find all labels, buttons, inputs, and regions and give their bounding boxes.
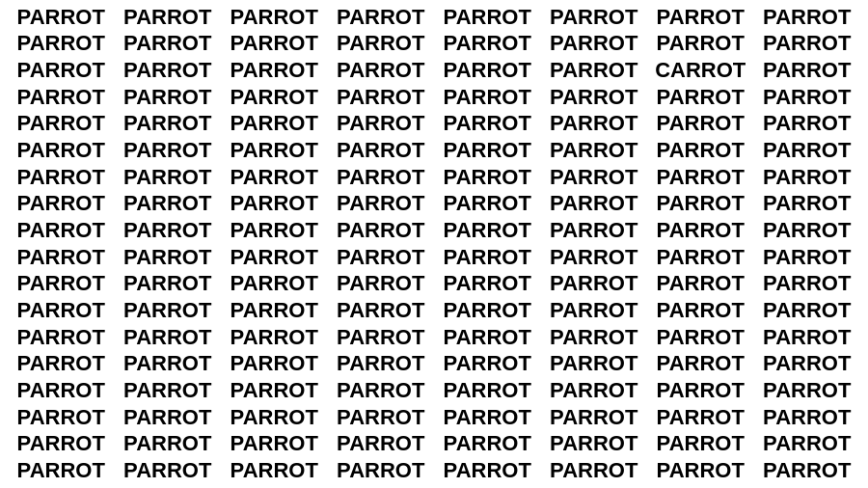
word-parrot: PARROT bbox=[221, 84, 328, 111]
word-parrot: PARROT bbox=[115, 271, 222, 298]
word-parrot: PARROT bbox=[221, 244, 328, 271]
word-parrot: PARROT bbox=[328, 31, 435, 58]
word-parrot: PARROT bbox=[434, 111, 541, 138]
word-parrot: PARROT bbox=[328, 457, 435, 484]
word-parrot: PARROT bbox=[221, 377, 328, 404]
word-parrot: PARROT bbox=[647, 191, 754, 218]
word-parrot: PARROT bbox=[541, 351, 648, 378]
word-parrot: PARROT bbox=[754, 84, 861, 111]
word-parrot: PARROT bbox=[8, 351, 115, 378]
word-parrot: PARROT bbox=[221, 4, 328, 31]
word-parrot: PARROT bbox=[647, 377, 754, 404]
word-parrot: PARROT bbox=[328, 217, 435, 244]
word-parrot: PARROT bbox=[647, 457, 754, 484]
special-word-carrot: CARROT bbox=[647, 57, 754, 84]
word-parrot: PARROT bbox=[434, 84, 541, 111]
word-parrot: PARROT bbox=[754, 164, 861, 191]
word-parrot: PARROT bbox=[754, 4, 861, 31]
word-parrot: PARROT bbox=[647, 137, 754, 164]
word-parrot: PARROT bbox=[541, 191, 648, 218]
word-parrot: PARROT bbox=[115, 31, 222, 58]
word-parrot: PARROT bbox=[647, 297, 754, 324]
word-parrot: PARROT bbox=[647, 111, 754, 138]
word-parrot: PARROT bbox=[754, 404, 861, 431]
word-parrot: PARROT bbox=[221, 297, 328, 324]
word-parrot: PARROT bbox=[115, 431, 222, 458]
word-parrot: PARROT bbox=[115, 297, 222, 324]
word-parrot: PARROT bbox=[647, 271, 754, 298]
word-parrot: PARROT bbox=[8, 191, 115, 218]
word-parrot: PARROT bbox=[8, 324, 115, 351]
word-parrot: PARROT bbox=[328, 244, 435, 271]
word-parrot: PARROT bbox=[221, 431, 328, 458]
word-parrot: PARROT bbox=[115, 244, 222, 271]
word-parrot: PARROT bbox=[8, 271, 115, 298]
word-parrot: PARROT bbox=[754, 271, 861, 298]
word-parrot: PARROT bbox=[754, 191, 861, 218]
word-parrot: PARROT bbox=[541, 57, 648, 84]
word-parrot: PARROT bbox=[8, 297, 115, 324]
word-parrot: PARROT bbox=[541, 4, 648, 31]
word-parrot: PARROT bbox=[647, 217, 754, 244]
word-parrot: PARROT bbox=[8, 217, 115, 244]
word-parrot: PARROT bbox=[115, 377, 222, 404]
word-parrot: PARROT bbox=[434, 57, 541, 84]
word-parrot: PARROT bbox=[328, 431, 435, 458]
word-parrot: PARROT bbox=[115, 84, 222, 111]
word-parrot: PARROT bbox=[115, 111, 222, 138]
word-parrot: PARROT bbox=[754, 297, 861, 324]
word-parrot: PARROT bbox=[434, 271, 541, 298]
word-grid: PARROTPARROTPARROTPARROTPARROTPARROTPARR… bbox=[0, 0, 868, 488]
word-parrot: PARROT bbox=[647, 244, 754, 271]
word-parrot: PARROT bbox=[434, 377, 541, 404]
word-parrot: PARROT bbox=[647, 164, 754, 191]
word-parrot: PARROT bbox=[434, 297, 541, 324]
word-parrot: PARROT bbox=[221, 351, 328, 378]
word-parrot: PARROT bbox=[328, 111, 435, 138]
word-parrot: PARROT bbox=[754, 324, 861, 351]
word-parrot: PARROT bbox=[647, 351, 754, 378]
word-parrot: PARROT bbox=[328, 404, 435, 431]
word-parrot: PARROT bbox=[647, 431, 754, 458]
word-parrot: PARROT bbox=[221, 137, 328, 164]
word-parrot: PARROT bbox=[541, 111, 648, 138]
word-parrot: PARROT bbox=[328, 271, 435, 298]
word-parrot: PARROT bbox=[434, 457, 541, 484]
word-parrot: PARROT bbox=[541, 164, 648, 191]
word-parrot: PARROT bbox=[8, 111, 115, 138]
word-parrot: PARROT bbox=[328, 324, 435, 351]
word-parrot: PARROT bbox=[8, 31, 115, 58]
word-parrot: PARROT bbox=[328, 137, 435, 164]
word-parrot: PARROT bbox=[647, 4, 754, 31]
word-parrot: PARROT bbox=[434, 217, 541, 244]
word-parrot: PARROT bbox=[541, 84, 648, 111]
word-parrot: PARROT bbox=[8, 404, 115, 431]
word-parrot: PARROT bbox=[647, 404, 754, 431]
word-parrot: PARROT bbox=[647, 31, 754, 58]
word-parrot: PARROT bbox=[115, 324, 222, 351]
word-parrot: PARROT bbox=[115, 4, 222, 31]
word-parrot: PARROT bbox=[754, 457, 861, 484]
word-parrot: PARROT bbox=[541, 377, 648, 404]
word-parrot: PARROT bbox=[434, 191, 541, 218]
word-parrot: PARROT bbox=[221, 164, 328, 191]
word-parrot: PARROT bbox=[115, 137, 222, 164]
word-parrot: PARROT bbox=[754, 217, 861, 244]
word-parrot: PARROT bbox=[221, 457, 328, 484]
word-parrot: PARROT bbox=[541, 31, 648, 58]
word-parrot: PARROT bbox=[754, 111, 861, 138]
word-parrot: PARROT bbox=[541, 404, 648, 431]
word-parrot: PARROT bbox=[221, 57, 328, 84]
word-parrot: PARROT bbox=[754, 57, 861, 84]
word-parrot: PARROT bbox=[434, 164, 541, 191]
word-parrot: PARROT bbox=[541, 217, 648, 244]
word-parrot: PARROT bbox=[328, 84, 435, 111]
word-parrot: PARROT bbox=[115, 57, 222, 84]
word-parrot: PARROT bbox=[8, 137, 115, 164]
word-parrot: PARROT bbox=[754, 431, 861, 458]
word-parrot: PARROT bbox=[434, 244, 541, 271]
word-parrot: PARROT bbox=[434, 351, 541, 378]
word-parrot: PARROT bbox=[754, 244, 861, 271]
word-parrot: PARROT bbox=[115, 164, 222, 191]
word-parrot: PARROT bbox=[434, 431, 541, 458]
